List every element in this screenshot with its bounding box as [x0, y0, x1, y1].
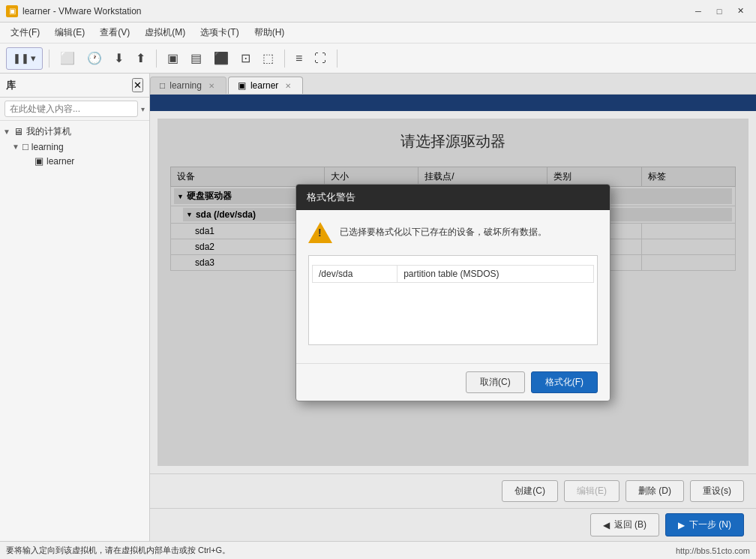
- dialog-device-row: /dev/sda partition table (MSDOS): [313, 265, 594, 282]
- source-selector-panel: 请选择源驱动器 设备 大小 挂载点/ 类别 标签: [158, 119, 748, 466]
- computer-icon: 🖥: [14, 126, 23, 137]
- status-bar: 要将输入定向到该虚拟机，请在虚拟机内部单击或按 Ctrl+G。 http://b…: [0, 541, 756, 559]
- expand-icon-learning: ▼: [12, 143, 21, 151]
- tab-learner-label: learner: [250, 80, 278, 91]
- menu-edit[interactable]: 编辑(E): [47, 23, 92, 42]
- toolbar-btn-6[interactable]: ▤: [186, 47, 206, 70]
- toolbar-btn-10[interactable]: ≡: [291, 47, 307, 70]
- nav-bar: ◀ 返回 (B) ▶ 下一步 (N): [150, 508, 756, 541]
- search-dropdown-icon[interactable]: ▾: [141, 105, 145, 113]
- toolbar-separator-3: [284, 50, 285, 68]
- app-icon: ▣: [6, 5, 18, 17]
- minimize-button[interactable]: ─: [688, 4, 708, 19]
- tree-learner[interactable]: ▣ learner: [0, 154, 149, 168]
- vm-content: 请选择源驱动器 设备 大小 挂载点/ 类别 标签: [150, 111, 756, 541]
- delete-button[interactable]: 删除 (D): [626, 480, 684, 502]
- back-label: 返回 (B): [614, 518, 646, 531]
- format-dialog-body: ! 已选择要格式化以下已存在的设备，破坏所有数据。 /dev/sda parti…: [296, 210, 610, 363]
- dialog-device-type: partition table (MSDOS): [398, 265, 594, 282]
- menu-tabs[interactable]: 选项卡(T): [193, 23, 246, 42]
- menu-vm[interactable]: 虚拟机(M): [137, 23, 193, 42]
- tab-learning-icon: □: [160, 80, 165, 91]
- tree-learning-label: learning: [32, 142, 64, 152]
- toolbar-btn-3[interactable]: ⬇: [110, 47, 128, 70]
- tree-learner-label: learner: [46, 156, 74, 167]
- bottom-actions: 创建(C) 编辑(E) 删除 (D) 重设(s): [150, 473, 756, 508]
- toolbar-btn-11[interactable]: ⛶: [310, 47, 331, 70]
- warning-exclamation: !: [318, 227, 322, 239]
- sidebar-search-input[interactable]: [4, 101, 138, 117]
- status-right: http://bbs.51cto.com: [676, 546, 750, 555]
- dialog-content-area: /dev/sda partition table (MSDOS): [308, 255, 598, 345]
- tab-learner-close[interactable]: ✕: [283, 80, 293, 91]
- next-icon: ▶: [678, 520, 685, 530]
- pause-button[interactable]: ❚❚ ▾: [6, 47, 43, 70]
- toolbar-btn-9[interactable]: ⬚: [258, 47, 278, 70]
- edit-button[interactable]: 编辑(E): [564, 480, 620, 502]
- content-area: □ learning ✕ ▣ learner ✕ 请选择源驱动器 设备: [150, 74, 756, 541]
- format-dialog: 格式化警告 ! 已选择要格式化以下已存在的设备，破坏所有数据。: [296, 184, 610, 401]
- sidebar-close-button[interactable]: ✕: [132, 78, 143, 92]
- next-button[interactable]: ▶ 下一步 (N): [665, 513, 744, 536]
- toolbar-btn-8[interactable]: ⊡: [236, 47, 255, 70]
- window-title: learner - VMware Workstation: [22, 6, 688, 17]
- sidebar-search-area: ▾: [0, 98, 149, 121]
- back-button[interactable]: ◀ 返回 (B): [590, 513, 659, 536]
- dialog-warning-row: ! 已选择要格式化以下已存在的设备，破坏所有数据。: [308, 222, 598, 246]
- tree-root[interactable]: ▼ 🖥 我的计算机: [0, 124, 149, 140]
- expand-icon-root: ▼: [3, 128, 12, 136]
- toolbar-btn-4[interactable]: ⬆: [131, 47, 150, 70]
- toolbar-btn-7[interactable]: ⬛: [209, 47, 233, 70]
- close-button[interactable]: ✕: [730, 4, 750, 19]
- format-button[interactable]: 格式化(F): [531, 371, 598, 393]
- toolbar: ❚❚ ▾ ⬜ 🕐 ⬇ ⬆ ▣ ▤ ⬛ ⊡ ⬚ ≡ ⛶: [0, 44, 756, 74]
- tree-root-label: 我的计算机: [26, 125, 71, 138]
- vm-banner: [150, 95, 756, 111]
- maximize-button[interactable]: □: [710, 4, 729, 19]
- tab-learning-close[interactable]: ✕: [206, 80, 217, 91]
- dialog-device-table: /dev/sda partition table (MSDOS): [312, 265, 594, 283]
- toolbar-btn-1[interactable]: ⬜: [56, 47, 80, 70]
- next-label: 下一步 (N): [689, 518, 731, 531]
- menu-file[interactable]: 文件(F): [3, 23, 47, 42]
- menu-bar: 文件(F) 编辑(E) 查看(V) 虚拟机(M) 选项卡(T) 帮助(H): [0, 23, 756, 44]
- vm-icon: ▣: [34, 155, 44, 167]
- sidebar-header: 库 ✕: [0, 74, 149, 98]
- toolbar-btn-5[interactable]: ▣: [163, 47, 183, 70]
- title-bar: ▣ learner - VMware Workstation ─ □ ✕: [0, 0, 756, 23]
- dialog-warning-text: 已选择要格式化以下已存在的设备，破坏所有数据。: [340, 222, 547, 239]
- pause-icon: ❚❚: [13, 53, 29, 64]
- menu-view[interactable]: 查看(V): [92, 23, 137, 42]
- toolbar-btn-2[interactable]: 🕐: [82, 47, 106, 70]
- toolbar-separator-1: [49, 50, 50, 68]
- modal-overlay: 格式化警告 ! 已选择要格式化以下已存在的设备，破坏所有数据。: [158, 119, 748, 465]
- toolbar-separator-4: [337, 50, 338, 68]
- tree-view: ▼ 🖥 我的计算机 ▼ □ learning ▣ learner: [0, 121, 149, 541]
- tab-learning[interactable]: □ learning ✕: [150, 77, 226, 94]
- tree-learning[interactable]: ▼ □ learning: [0, 140, 149, 154]
- cancel-button[interactable]: 取消(C): [466, 371, 525, 393]
- tab-learner-icon: ▣: [238, 80, 246, 91]
- pause-arrow-icon: ▾: [31, 53, 36, 64]
- tab-learner[interactable]: ▣ learner ✕: [228, 77, 303, 94]
- menu-help[interactable]: 帮助(H): [247, 23, 292, 42]
- back-icon: ◀: [603, 520, 610, 530]
- sidebar: 库 ✕ ▾ ▼ 🖥 我的计算机 ▼ □ learning ▣ learner: [0, 74, 150, 541]
- dialog-device-path: /dev/sda: [313, 265, 398, 282]
- vm-folder-icon: □: [22, 141, 28, 152]
- create-button[interactable]: 创建(C): [502, 480, 558, 502]
- format-dialog-titlebar: 格式化警告: [296, 185, 610, 210]
- format-dialog-buttons: 取消(C) 格式化(F): [296, 363, 610, 401]
- warning-icon: !: [308, 222, 332, 246]
- toolbar-separator-2: [156, 50, 157, 68]
- reset-button[interactable]: 重设(s): [690, 480, 744, 502]
- format-dialog-title-text: 格式化警告: [307, 191, 356, 204]
- library-label: 库: [6, 79, 16, 92]
- tab-learning-label: learning: [170, 80, 202, 91]
- main-layout: 库 ✕ ▾ ▼ 🖥 我的计算机 ▼ □ learning ▣ learner: [0, 74, 756, 541]
- tabs-bar: □ learning ✕ ▣ learner ✕: [150, 74, 756, 95]
- status-hint: 要将输入定向到该虚拟机，请在虚拟机内部单击或按 Ctrl+G。: [6, 545, 230, 556]
- window-controls: ─ □ ✕: [688, 4, 750, 19]
